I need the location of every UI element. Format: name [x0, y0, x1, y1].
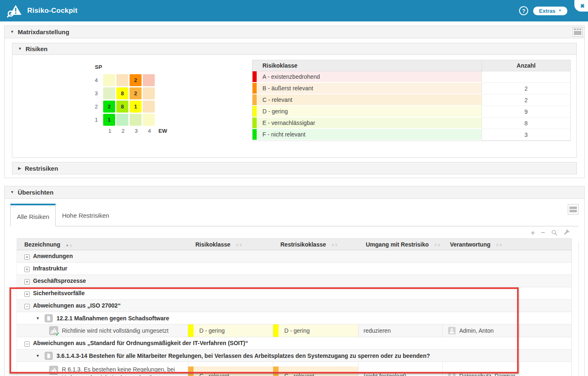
risk-class-row: E - vernachlässigbar 8: [253, 118, 570, 129]
uebersichten-section-title: Übersichten: [18, 189, 54, 196]
class-count: 2: [482, 83, 570, 94]
page-title: Risiko-Cockpit: [27, 7, 78, 15]
table-row-richtlinie[interactable]: ✓ Richtlinie wird nicht vollständig umge…: [17, 324, 572, 337]
x-axis: 1 2 3 4 EW: [89, 128, 167, 134]
matrix-cell: [130, 114, 142, 126]
uebersichten-section: ▼ Übersichten Alle Risiken Hohe Restrisi…: [4, 186, 585, 376]
column-header-risikoklasse[interactable]: Risikoklasse ∧∨: [188, 239, 273, 250]
risk-warning-magnifier-icon: [7, 4, 23, 18]
close-button[interactable]: ✖: [574, 0, 588, 12]
search-icon[interactable]: [551, 230, 557, 236]
table-row-infrastruktur[interactable]: +Infrastruktur: [17, 263, 572, 275]
matrix-cell: [103, 87, 115, 99]
risk-matrix: SP 4 2 3 8: [89, 59, 167, 134]
column-header-anzahl: Anzahl: [482, 60, 570, 71]
divider: [579, 242, 579, 376]
sort-asc-icon: ∧: [496, 243, 498, 247]
tab-alle-risiken[interactable]: Alle Risiken: [10, 204, 56, 226]
handling-cell: (nicht festgelegt): [359, 362, 443, 376]
matrix-cell: [103, 74, 115, 86]
risiken-section-header[interactable]: ▼ Risiken: [12, 43, 576, 55]
restrisiken-section-header[interactable]: ▶ Restrisiken: [12, 162, 576, 174]
class-color-bar: [253, 83, 257, 94]
matrix-row: 3 8 2: [89, 87, 167, 100]
class-color-bar: [253, 106, 257, 117]
matrix-cell: [143, 87, 155, 99]
app-window: Risiko-Cockpit ? Extras ▼ ✖ ▼ Matrixdars…: [0, 0, 588, 376]
class-color-bar: [253, 129, 257, 140]
tab-bar: Alle Risiken Hohe Restrisiken: [10, 203, 579, 226]
column-header-restrisikoklasse[interactable]: Restrisikoklasse ∧∨: [273, 239, 359, 250]
sort-asc-icon: ∧: [331, 243, 334, 247]
table-row-iso27002-group[interactable]: −Abweichungen aus „ISO 27002“: [17, 300, 572, 312]
class-color-bar: [253, 94, 257, 105]
table-row-sicherheitsvorfaelle[interactable]: +Sicherheitsvorfälle: [17, 287, 572, 300]
uebersichten-body: Alle Risiken Hohe Restrisiken +: [5, 199, 584, 376]
check-icon: ✓: [55, 331, 60, 337]
expand-icon[interactable]: +: [24, 254, 30, 260]
chevron-down-icon: ▼: [10, 190, 14, 194]
residual-class-cell: D - gering: [273, 324, 359, 337]
column-header-bezeichnung[interactable]: Bezeichnung ▲∨: [17, 239, 188, 250]
risk-class-row: C - relevant 2: [253, 94, 570, 106]
owner-cell: Admin, Anton: [443, 324, 520, 337]
class-color-bar: [253, 71, 257, 82]
risk-class-row: F - nicht relevant 3: [253, 129, 570, 141]
class-color-bar: [188, 367, 194, 376]
extras-button[interactable]: Extras ▼: [533, 7, 567, 15]
class-count: [482, 71, 570, 83]
risiken-content: SP 4 2 3 8: [12, 55, 576, 157]
person-icon: [448, 327, 456, 334]
expand-icon[interactable]: +: [24, 279, 30, 284]
class-label: C - relevant: [262, 96, 292, 103]
class-count: 9: [482, 106, 570, 118]
column-header-verantwortung[interactable]: Verantwortung ∧∨: [443, 239, 520, 250]
matrix-cell: 1: [130, 101, 142, 113]
table-toolbar: + −: [17, 226, 571, 238]
wrench-icon[interactable]: [564, 230, 570, 236]
expand-icon[interactable]: +: [24, 267, 30, 272]
chevron-right-icon: ▶: [18, 167, 21, 170]
matrix-cell: 1: [103, 114, 115, 126]
column-header-empty: [520, 239, 572, 250]
column-header-umgang[interactable]: Umgang mit Restrisiko ∧∨: [359, 239, 443, 250]
x-tick: 2: [116, 128, 130, 134]
window-layout-icon[interactable]: [573, 27, 583, 38]
table-row-r-6-1-3[interactable]: R 6.1.3. Es bestehen keine Regelungen, b…: [17, 362, 572, 376]
risk-item-checked-icon: ✓: [49, 326, 58, 335]
matrix-cell: [143, 101, 155, 113]
matrix-cell: [143, 114, 155, 126]
risk-class-row: A - existenzbedrohend: [253, 71, 570, 83]
chevron-down-icon: ▼: [10, 30, 14, 34]
matrix-row: 2 2 8 1: [89, 100, 167, 113]
collapse-icon[interactable]: −: [24, 304, 30, 309]
chevron-down-icon[interactable]: ▼: [36, 316, 40, 320]
help-button[interactable]: ?: [519, 6, 528, 15]
matrix-row: 4 2: [89, 73, 167, 87]
uebersichten-section-header[interactable]: ▼ Übersichten: [5, 186, 584, 199]
matrix-section-header[interactable]: ▼ Matrixdarstellung: [5, 26, 584, 38]
class-label: D - gering: [262, 108, 288, 115]
x-axis-label: EW: [158, 128, 167, 134]
table-row-massnahme-3-6-1-4-3-14[interactable]: ▼ 3.6.1.4.3-14 Bestehen für alle Mitarbe…: [17, 350, 572, 362]
chevron-down-icon[interactable]: ▼: [36, 354, 40, 358]
column-header-risikoklasse: Risikoklasse: [253, 60, 482, 71]
expand-icon[interactable]: +: [24, 291, 30, 297]
risk-class-cell: C - relevant: [188, 362, 273, 376]
collapse-icon[interactable]: −: [24, 341, 30, 347]
remove-button[interactable]: −: [541, 229, 545, 236]
matrix-cell: 8: [116, 101, 128, 113]
class-count: 2: [482, 94, 570, 106]
restrisiken-section-title: Restrisiken: [25, 165, 58, 172]
empty-cell: [520, 362, 572, 376]
add-button[interactable]: +: [531, 229, 535, 236]
class-label: A - existenzbedrohend: [262, 73, 320, 80]
table-row-soit-group[interactable]: −Abweichungen aus „Standard für Ordnungs…: [17, 337, 572, 350]
sort-asc-icon: ∧: [236, 243, 239, 247]
class-color-bar: [273, 367, 279, 376]
table-row-massnahme-12-2-1[interactable]: ▼ 12.2.1 Maßnahmen gegen Schadsoftware: [17, 312, 572, 324]
table-row-anwendungen[interactable]: +Anwendungen: [17, 250, 572, 263]
rows-layout-icon[interactable]: [568, 204, 579, 216]
table-row-geschaeftsprozesse[interactable]: +Geschäftsprozesse: [17, 275, 572, 287]
tab-hohe-restrisiken[interactable]: Hohe Restrisiken: [56, 203, 115, 226]
